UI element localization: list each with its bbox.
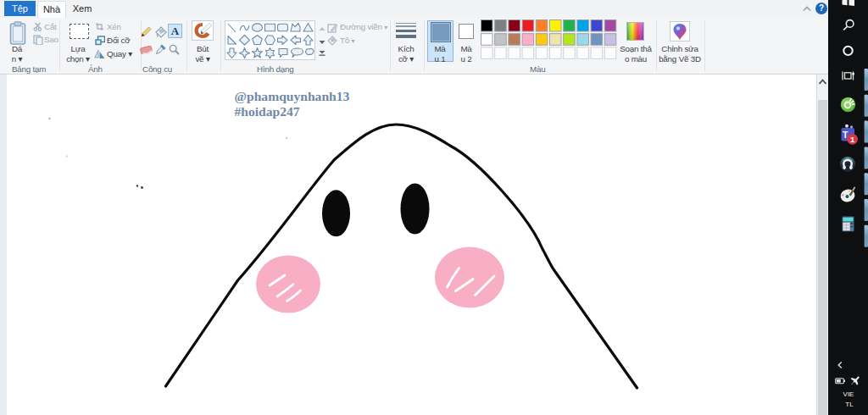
svg-text:1: 1 [850,135,855,144]
svg-text:TL: TL [845,401,854,408]
svg-text:VIE: VIE [843,390,854,398]
